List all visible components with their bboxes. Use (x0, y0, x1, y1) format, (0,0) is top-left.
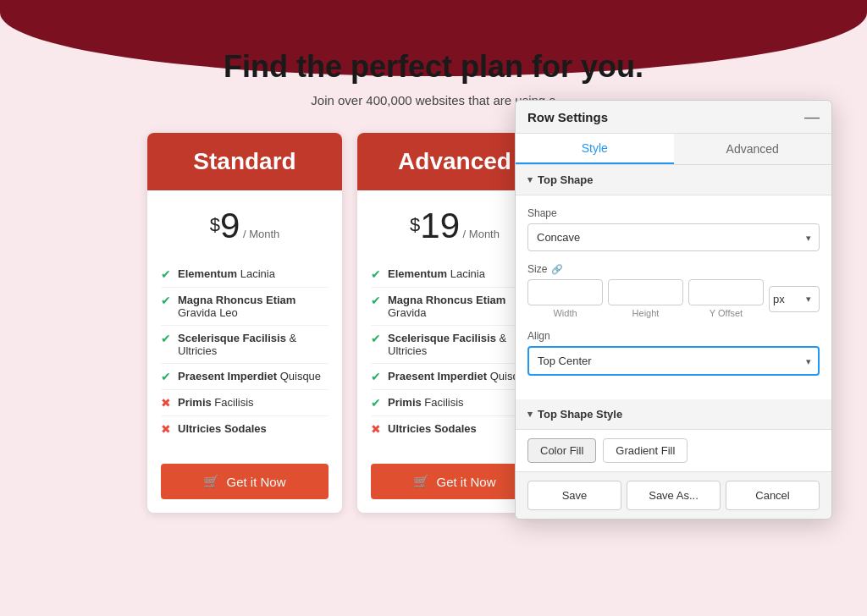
check-icon: ✔ (161, 267, 171, 281)
row-settings-panel: Row Settings — Style Advanced ▾ Top Shap… (515, 100, 832, 520)
check-icon: ✔ (161, 294, 171, 307)
height-input[interactable] (608, 279, 683, 305)
feature-item: ✖ Ultricies Sodales (371, 416, 538, 442)
page-title: Find the perfect plan for you. (224, 49, 643, 85)
width-input-group: Width (527, 279, 603, 318)
align-select[interactable]: Top Center Top Left Top Right Bottom Cen… (527, 346, 820, 376)
top-shape-style-section-header[interactable]: ▾ Top Shape Style (516, 399, 831, 430)
feature-item: ✖ Primis Facilisis (161, 390, 329, 416)
top-shape-form: Shape Concave Convex Triangle Wave None … (516, 195, 831, 399)
feature-item: ✔ Scelerisque Facilisis & Ultricies (371, 326, 538, 364)
tab-advanced[interactable]: Advanced (674, 134, 832, 164)
panel-body: ▾ Top Shape Shape Concave Convex Triangl… (516, 165, 831, 471)
height-input-group: Height (608, 279, 683, 318)
y-offset-label: Y Offset (710, 308, 743, 318)
top-shape-style-label: Top Shape Style (538, 408, 622, 421)
card-header-standard: Standard (147, 133, 342, 190)
price-period-standard: / Month (240, 228, 279, 240)
shape-label: Shape (527, 207, 820, 219)
card-title-standard: Standard (157, 148, 332, 175)
top-shape-section-header[interactable]: ▾ Top Shape (516, 165, 831, 195)
height-label: Height (632, 308, 660, 318)
shape-row: Shape Concave Convex Triangle Wave None … (527, 207, 820, 251)
feature-item: ✖ Ultricies Sodales (161, 416, 329, 442)
check-icon: ✔ (161, 370, 171, 383)
feature-item: ✔ Elementum Lacinia (161, 261, 329, 288)
save-button[interactable]: Save (527, 481, 621, 510)
tab-style[interactable]: Style (516, 134, 674, 164)
width-input[interactable] (527, 279, 603, 305)
align-row: Align Top Center Top Left Top Right Bott… (527, 330, 820, 376)
unit-select[interactable]: px % em (769, 286, 820, 312)
check-icon: ✔ (371, 370, 381, 383)
feature-item: ✔ Praesent Imperdiet Quisque (161, 364, 329, 390)
y-offset-input[interactable] (688, 279, 764, 305)
panel-footer: Save Save As... Cancel (516, 471, 831, 519)
size-inputs: Width Height Y Offset px (527, 279, 820, 318)
check-icon: ✔ (161, 332, 171, 345)
panel-title: Row Settings (527, 110, 608, 124)
feature-item: ✔ Praesent Imperdiet Quisque (371, 364, 538, 390)
price-period-advanced: / Month (460, 228, 500, 240)
pricing-card-standard: Standard $9 / Month ✔ Elementum Lacinia … (147, 133, 342, 513)
cross-icon: ✖ (371, 422, 381, 436)
feature-item: ✔ Scelerisque Facilisis & Ultricies (161, 326, 329, 364)
get-button-standard[interactable]: 🛒 Get it Now (161, 464, 329, 499)
panel-minimize-button[interactable]: — (804, 109, 820, 124)
cancel-button[interactable]: Cancel (726, 481, 820, 510)
feature-item: ✔ Magna Rhoncus Etiam Gravida Leo (161, 288, 329, 326)
panel-tabs: Style Advanced (516, 134, 831, 165)
color-fill-button[interactable]: Color Fill (527, 438, 596, 463)
shape-select[interactable]: Concave Convex Triangle Wave None (527, 223, 820, 251)
check-icon: ✔ (371, 294, 381, 307)
align-select-wrapper: Top Center Top Left Top Right Bottom Cen… (527, 346, 820, 376)
cross-icon: ✖ (161, 396, 171, 410)
fill-buttons: Color Fill Gradient Fill (516, 430, 831, 471)
card-price-standard: $9 / Month (147, 190, 342, 253)
panel-header: Row Settings — (516, 101, 831, 134)
y-offset-input-group: Y Offset (688, 279, 764, 318)
align-label: Align (527, 330, 820, 342)
unit-select-wrapper: px % em ▾ (769, 286, 820, 312)
check-icon: ✔ (371, 396, 381, 410)
size-row: Size 🔗 Width Height (527, 263, 820, 318)
chevron-down-icon: ▾ (527, 409, 533, 420)
link-icon: 🔗 (551, 264, 563, 275)
top-shape-section-label: Top Shape (538, 173, 593, 186)
card-footer-standard: 🛒 Get it Now (147, 455, 342, 513)
card-features-standard: ✔ Elementum Lacinia ✔ Magna Rhoncus Etia… (147, 253, 342, 455)
gradient-fill-button[interactable]: Gradient Fill (603, 438, 688, 463)
check-icon: ✔ (371, 267, 381, 281)
chevron-down-icon: ▾ (527, 174, 533, 185)
panel-scroll[interactable]: ▾ Top Shape Shape Concave Convex Triangl… (516, 165, 831, 471)
get-button-advanced[interactable]: 🛒 Get it Now (371, 464, 538, 499)
feature-item: ✔ Magna Rhoncus Etiam Gravida (371, 288, 538, 326)
width-label: Width (553, 308, 577, 318)
shape-select-wrapper: Concave Convex Triangle Wave None ▾ (527, 223, 820, 251)
feature-item: ✔ Elementum Lacinia (371, 261, 538, 288)
save-as-button[interactable]: Save As... (627, 481, 721, 510)
cross-icon: ✖ (161, 422, 171, 436)
cart-icon: 🛒 (203, 474, 219, 489)
check-icon: ✔ (371, 332, 381, 345)
feature-item: ✔ Primis Facilisis (371, 390, 538, 416)
size-label: Size 🔗 (527, 263, 820, 275)
cart-icon: 🛒 (413, 474, 429, 489)
